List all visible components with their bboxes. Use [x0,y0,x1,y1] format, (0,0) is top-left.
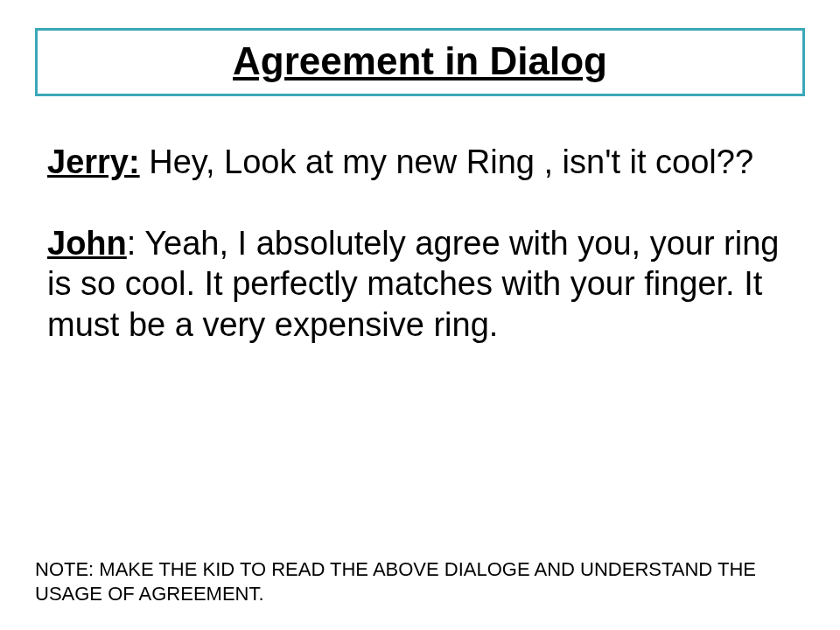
note-text: NOTE: MAKE THE KID TO READ THE ABOVE DIA… [35,557,805,606]
dialog-line-jerry: Jerry: Hey, Look at my new Ring , isn't … [47,142,789,183]
dialog-text-john: : Yeah, I absolutely agree with you, you… [47,225,779,343]
dialog-block: Jerry: Hey, Look at my new Ring , isn't … [35,142,805,346]
title-box: Agreement in Dialog [35,28,805,96]
speaker-jerry: Jerry: [47,144,140,180]
dialog-line-john: John: Yeah, I absolutely agree with you,… [47,223,789,346]
speaker-john: John [47,225,127,262]
dialog-text-jerry: Hey, Look at my new Ring , isn't it cool… [140,144,753,180]
slide-title: Agreement in Dialog [38,39,802,83]
